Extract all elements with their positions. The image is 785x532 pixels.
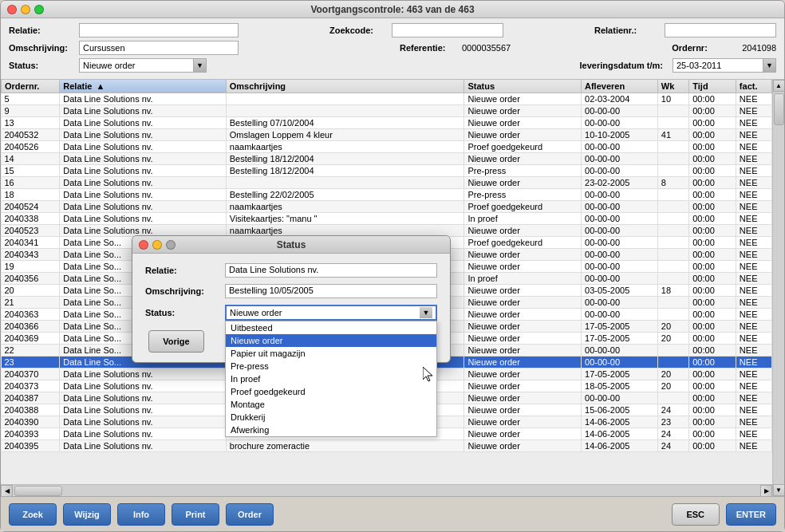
modal-dropdown-list: Uitbesteed Nieuwe order Papier uit magaz… bbox=[225, 321, 437, 437]
modal-row-omschrijving: Omschrijving: Bestelling 10/05/2005 bbox=[145, 284, 437, 298]
modal-maximize-button[interactable] bbox=[166, 240, 176, 250]
modal-window-controls bbox=[139, 240, 176, 250]
modal-dropdown-selected: Nieuwe order bbox=[230, 308, 282, 317]
modal-row-relatie: Relatie: Data Line Solutions nv. bbox=[145, 263, 437, 278]
dropdown-item-in-proef[interactable]: In proef bbox=[226, 372, 436, 385]
modal-status-dropdown[interactable]: Nieuwe order ▼ Uitbesteed Nieuwe order P… bbox=[225, 305, 437, 321]
dropdown-item-montage[interactable]: Montage bbox=[226, 398, 436, 411]
modal-titlebar: Status bbox=[132, 236, 450, 254]
dropdown-item-afwerking[interactable]: Afwerking bbox=[226, 424, 436, 436]
modal-close-button[interactable] bbox=[139, 240, 148, 250]
modal-row-status: Status: Nieuwe order ▼ Uitbesteed Nieuwe… bbox=[145, 305, 437, 321]
modal-relatie-value: Data Line Solutions nv. bbox=[225, 263, 437, 278]
dropdown-item-uitbesteed[interactable]: Uitbesteed bbox=[226, 321, 436, 334]
modal-dropdown-header[interactable]: Nieuwe order ▼ bbox=[225, 305, 437, 321]
dropdown-item-proef-goedgekeurd[interactable]: Proef goedgekeurd bbox=[226, 385, 436, 398]
modal-dropdown-arrow[interactable]: ▼ bbox=[420, 307, 432, 318]
main-window: Voortgangscontrole: 463 van de 463 Relat… bbox=[0, 0, 785, 532]
modal-overlay: Status Relatie: Data Line Solutions nv. … bbox=[0, 0, 785, 532]
dropdown-item-nieuwe-order[interactable]: Nieuwe order bbox=[226, 334, 436, 347]
modal-relatie-label: Relatie: bbox=[145, 266, 225, 275]
status-dialog: Status Relatie: Data Line Solutions nv. … bbox=[132, 235, 451, 363]
modal-body: Relatie: Data Line Solutions nv. Omschri… bbox=[132, 254, 450, 362]
dropdown-item-pre-press[interactable]: Pre-press bbox=[226, 360, 436, 372]
modal-title: Status bbox=[277, 239, 306, 250]
modal-vorige-button[interactable]: Vorige bbox=[148, 330, 204, 353]
modal-omschrijving-label: Omschrijving: bbox=[145, 286, 225, 296]
modal-minimize-button[interactable] bbox=[152, 240, 162, 250]
dropdown-item-papier[interactable]: Papier uit magazijn bbox=[226, 347, 436, 360]
modal-omschrijving-value: Bestelling 10/05/2005 bbox=[225, 284, 437, 298]
modal-status-label: Status: bbox=[145, 308, 225, 317]
dropdown-item-drukkerij[interactable]: Drukkerij bbox=[226, 411, 436, 424]
